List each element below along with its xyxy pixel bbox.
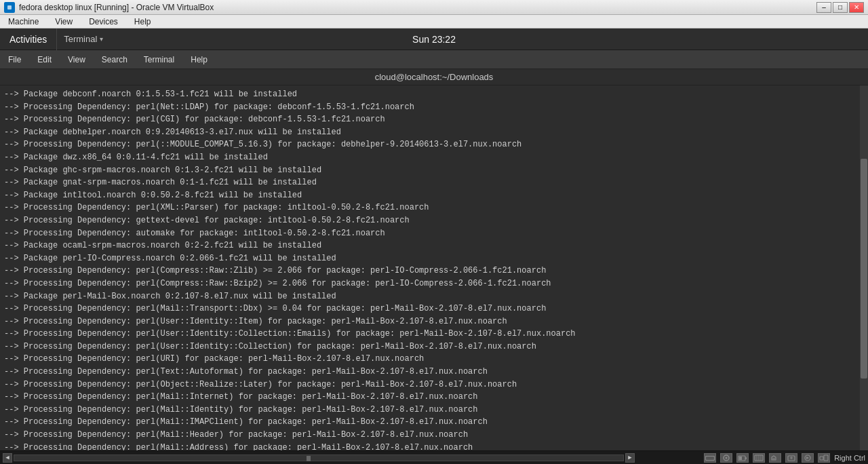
terminal-line: --> Package dwz.x86_64 0:0.11-4.fc21 wil…: [4, 151, 864, 164]
minimize-button[interactable]: –: [816, 2, 831, 13]
vbox-menubar: Machine View Devices Help: [0, 15, 868, 28]
terminal-line: --> Processing Dependency: perl(Net::LDA…: [4, 101, 864, 114]
terminal-line: --> Package perl-Mail-Box.noarch 0:2.107…: [4, 290, 864, 303]
bottom-bar: ◀ ▶: [0, 450, 868, 464]
terminal-title: cloud@localhost:~/Downloads: [375, 72, 494, 82]
terminal-line: --> Processing Dependency: perl(Compress…: [4, 265, 864, 277]
terminal-line: --> Processing Dependency: perl(::MODULE…: [4, 138, 864, 151]
svg-rect-1: [7, 5, 12, 9]
terminal-menu-edit[interactable]: Edit: [35, 54, 54, 66]
bottom-bar-right: Right Ctrl: [704, 453, 865, 463]
terminal-menu-search[interactable]: Search: [99, 54, 130, 66]
terminal-title-bar: cloud@localhost:~/Downloads: [0, 69, 868, 85]
vbox-menu-machine[interactable]: Machine: [5, 16, 41, 27]
horizontal-scroll-thumb[interactable]: [307, 456, 311, 461]
terminal-menubar-container: File Edit View Search Terminal Help: [0, 50, 868, 69]
terminal-line: --> Processing Dependency: perl(User::Id…: [4, 341, 864, 353]
fedora-clock: Sun 23:22: [412, 34, 456, 45]
terminal-output: --> Package debconf.noarch 0:1.5.53-1.fc…: [4, 88, 864, 452]
terminal-line: --> Processing Dependency: perl(Mail::Id…: [4, 404, 864, 417]
status-icon-4: [753, 453, 765, 463]
terminal-line: --> Processing Dependency: perl(URI) for…: [4, 353, 864, 366]
terminal-line: --> Package gnat-srpm-macros.noarch 0:1-…: [4, 176, 864, 189]
status-icon-8: [818, 453, 830, 463]
vbox-menu-help[interactable]: Help: [132, 16, 154, 27]
terminal-line: --> Package debhelper.noarch 0:9.2014061…: [4, 126, 864, 139]
right-ctrl-label: Right Ctrl: [834, 454, 865, 462]
vbox-win-controls: – □ ✕: [816, 2, 864, 13]
terminal-line: --> Processing Dependency: perl(User::Id…: [4, 328, 864, 341]
scrollbar-thumb[interactable]: [861, 159, 867, 379]
terminal-line: --> Package debconf.noarch 0:1.5.53-1.fc…: [4, 88, 864, 101]
terminal-line: --> Processing Dependency: perl(CGI) for…: [4, 113, 864, 126]
terminal-scrollbar[interactable]: [860, 85, 868, 452]
terminal-line: --> Processing Dependency: automake for …: [4, 227, 864, 240]
scroll-right-button[interactable]: ▶: [625, 453, 635, 463]
fedora-topbar: Activities Terminal ▾ Sun 23:22: [0, 28, 868, 50]
close-button[interactable]: ✕: [849, 2, 864, 13]
terminal-line: --> Processing Dependency: perl(Mail::IM…: [4, 416, 864, 429]
vbox-title-left: fedora desktop linux [Running] - Oracle …: [4, 2, 214, 13]
terminal-line: --> Processing Dependency: perl(Mail::He…: [4, 429, 864, 442]
terminal-line: --> Processing Dependency: perl(Text::Au…: [4, 366, 864, 379]
svg-rect-8: [745, 457, 747, 459]
svg-rect-7: [739, 457, 742, 460]
terminal-menu-help[interactable]: Help: [188, 54, 210, 66]
activities-button[interactable]: Activities: [0, 28, 56, 50]
svg-point-5: [726, 457, 728, 459]
terminal-menu-file[interactable]: File: [5, 54, 24, 66]
terminal-line: --> Processing Dependency: perl(Mail::Tr…: [4, 303, 864, 315]
terminal-menu-terminal[interactable]: Terminal: [141, 54, 177, 66]
svg-rect-3: [706, 457, 714, 460]
terminal-line: --> Processing Dependency: perl(XML::Par…: [4, 201, 864, 214]
status-icon-6: [785, 453, 797, 463]
terminal-line: --> Processing Dependency: perl(Mail::In…: [4, 391, 864, 404]
svg-rect-20: [824, 455, 828, 461]
svg-rect-19: [820, 457, 823, 460]
terminal-line: --> Processing Dependency: perl(Object::…: [4, 379, 864, 391]
vbox-title: fedora desktop linux [Running] - Oracle …: [19, 3, 214, 12]
vbox-menu-devices[interactable]: Devices: [86, 16, 121, 27]
terminal-line: --> Processing Dependency: gettext-devel…: [4, 214, 864, 227]
terminal-tab-arrow-icon: ▾: [100, 35, 103, 43]
maximize-button[interactable]: □: [833, 2, 848, 13]
vbox-menu-view[interactable]: View: [52, 16, 75, 27]
bottom-bar-left: ◀ ▶: [3, 453, 635, 463]
status-icon-3: [736, 453, 749, 463]
fedora-left: Activities Terminal ▾: [0, 28, 110, 50]
terminal-menubar: File Edit View Search Terminal Help: [5, 54, 210, 66]
status-icon-5: [769, 453, 781, 463]
terminal-line: --> Processing Dependency: perl(User::Id…: [4, 315, 864, 328]
status-icon-1: [704, 453, 716, 463]
terminal-tab[interactable]: Terminal ▾: [56, 28, 110, 50]
terminal-menu-view[interactable]: View: [65, 54, 88, 66]
terminal-content[interactable]: --> Package debconf.noarch 0:1.5.53-1.fc…: [0, 85, 868, 452]
vbox-titlebar: fedora desktop linux [Running] - Oracle …: [0, 0, 868, 15]
terminal-line: --> Package ghc-srpm-macros.noarch 0:1.3…: [4, 164, 864, 177]
terminal-line: --> Package perl-IO-Compress.noarch 0:2.…: [4, 252, 864, 265]
status-icon-2: [720, 453, 732, 463]
terminal-line: --> Package ocaml-srpm-macros.noarch 0:2…: [4, 239, 864, 252]
terminal-tab-label: Terminal: [64, 34, 97, 44]
status-icon-7: [802, 453, 814, 463]
vbox-icon: [4, 2, 15, 13]
terminal-line: --> Package intltool.noarch 0:0.50.2-8.f…: [4, 189, 864, 202]
scroll-left-button[interactable]: ◀: [3, 453, 12, 463]
terminal-line: --> Processing Dependency: perl(Compress…: [4, 277, 864, 290]
horizontal-scrollbar[interactable]: [14, 455, 624, 461]
